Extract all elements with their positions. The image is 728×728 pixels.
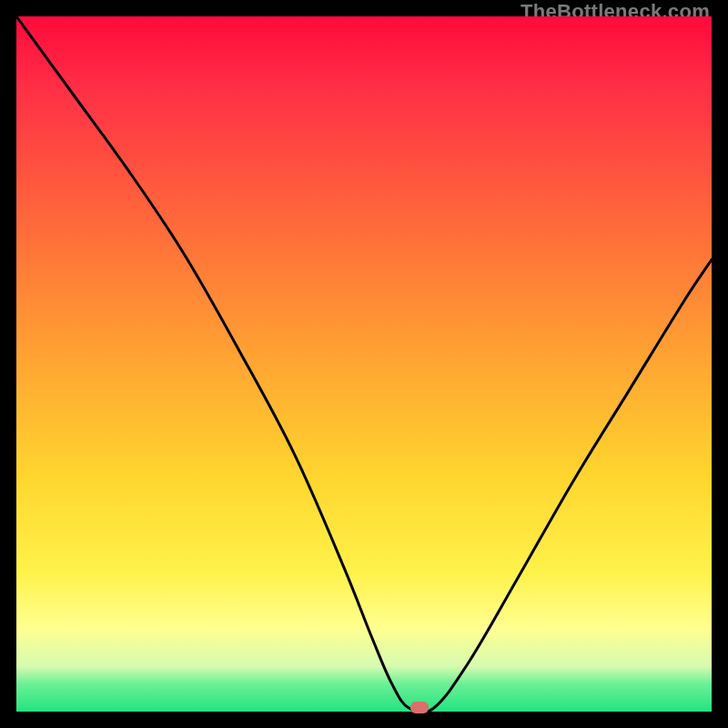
curve-path xyxy=(16,16,712,712)
chart-frame: TheBottleneck.com xyxy=(0,0,728,728)
bottleneck-curve xyxy=(16,16,712,712)
minimum-marker xyxy=(410,702,429,713)
plot-area xyxy=(16,16,712,712)
